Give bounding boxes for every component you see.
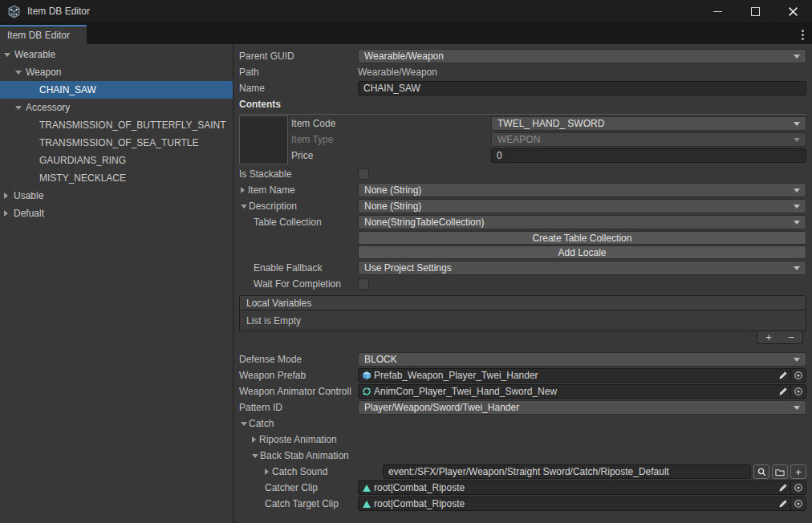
catcher-clip-field[interactable]: root|Combat_Riposte xyxy=(358,480,806,495)
item-name-foldout[interactable]: Item Name xyxy=(239,184,358,196)
animation-clip-icon xyxy=(361,498,372,509)
tree-item-chain-saw[interactable]: CHAIN_SAW xyxy=(0,81,233,99)
catch-foldout[interactable]: Catch xyxy=(239,418,358,429)
animator-controller-icon xyxy=(361,386,372,397)
is-stackable-label: Is Stackable xyxy=(239,168,358,180)
add-locale-button[interactable]: Add Locale xyxy=(358,245,806,259)
tree-item-defualt[interactable]: Defualt xyxy=(0,205,233,222)
chevron-down-icon xyxy=(794,205,800,209)
maximize-button[interactable] xyxy=(737,0,774,22)
chevron-right-icon[interactable] xyxy=(252,436,256,443)
chevron-right-icon[interactable] xyxy=(4,210,8,217)
tab-menu-button[interactable] xyxy=(793,25,812,44)
chevron-down-icon xyxy=(794,406,800,410)
item-code-label: Item Code xyxy=(291,118,491,129)
wait-for-completion-checkbox[interactable] xyxy=(358,278,369,290)
tree-item-label: Defualt xyxy=(14,208,44,219)
riposte-animation-foldout[interactable]: Riposte Animation xyxy=(239,434,358,445)
list-add-button[interactable]: + xyxy=(765,332,772,343)
tree-item-accessory[interactable]: Accessory xyxy=(0,99,233,116)
weapon-animator-controller-field[interactable]: AnimCon_Player_Twei_Hand_Sword_New xyxy=(358,384,806,399)
catch-sound-search-button[interactable] xyxy=(753,464,769,479)
object-picker-icon[interactable] xyxy=(790,385,806,398)
chevron-down-icon xyxy=(794,266,800,270)
tree-item-label: GAURDIANS_RING xyxy=(39,155,126,166)
tree-item-label: Usable xyxy=(14,190,43,201)
pencil-icon[interactable] xyxy=(776,387,790,396)
description-foldout[interactable]: Description xyxy=(239,201,358,212)
chevron-down-icon[interactable] xyxy=(15,106,22,110)
name-label: Name xyxy=(239,83,358,94)
tree-item-transmission-of-sea-turtle[interactable]: TRANSMISSION_OF_SEA_TURTLE xyxy=(0,134,233,152)
chevron-right-icon[interactable] xyxy=(4,193,8,199)
contents-header: Contents xyxy=(239,99,358,110)
name-input[interactable]: CHAIN_SAW xyxy=(358,81,806,95)
tree-item-label: MISTY_NECKLACE xyxy=(39,172,126,184)
item-code-dropdown[interactable]: TWEL_ HAND_ SWORD xyxy=(491,116,806,131)
tree-item-misty-necklace[interactable]: MISTY_NECKLACE xyxy=(0,169,233,187)
path-label: Path xyxy=(239,67,358,78)
chevron-right-icon[interactable] xyxy=(241,187,245,193)
chevron-down-icon[interactable] xyxy=(15,71,22,75)
close-button[interactable] xyxy=(774,0,812,22)
chevron-down-icon[interactable] xyxy=(241,422,247,426)
chevron-down-icon xyxy=(794,358,800,362)
enable-fallback-label: Enable Fallback xyxy=(239,262,358,274)
object-field-value: Prefab_Weapon_Player_Twei_Hander xyxy=(374,370,776,381)
chevron-down-icon[interactable] xyxy=(241,205,247,209)
tab-item-db-editor[interactable]: Item DB Editor xyxy=(0,25,87,44)
tab-strip: Item DB Editor xyxy=(0,22,812,44)
tree-item-weapon[interactable]: Weapon xyxy=(0,63,233,81)
plus-icon: + xyxy=(795,466,802,478)
defense-mode-dropdown[interactable]: BLOCK xyxy=(358,352,806,367)
price-input[interactable]: 0 xyxy=(491,148,806,163)
table-collection-dropdown[interactable]: None(StringTableCollection) xyxy=(358,215,806,229)
parent-guid-dropdown[interactable]: Wearable/Weapon xyxy=(358,49,806,63)
weapon-prefab-field[interactable]: Prefab_Weapon_Player_Twei_Hander xyxy=(358,368,806,383)
price-value: 0 xyxy=(497,150,502,161)
list-remove-button[interactable]: − xyxy=(788,332,794,343)
local-variables-empty: List is Empty xyxy=(240,310,806,330)
catch-sound-foldout[interactable]: Catch Sound xyxy=(239,466,383,477)
tree-item-label: TRANSMISSION_OF_SEA_TURTLE xyxy=(39,137,199,148)
description-dropdown[interactable]: None (String) xyxy=(358,199,806,213)
maximize-icon xyxy=(751,7,760,16)
create-table-collection-button[interactable]: Create Table Collection xyxy=(358,231,806,245)
chevron-right-icon[interactable] xyxy=(265,468,269,475)
chevron-down-icon xyxy=(794,221,800,225)
is-stackable-checkbox[interactable] xyxy=(358,168,369,180)
item-icon-preview[interactable] xyxy=(239,116,288,164)
pencil-icon[interactable] xyxy=(776,499,790,509)
pattern-id-dropdown[interactable]: Player/Weapon/Sword/Twei_Hander xyxy=(358,400,806,415)
object-picker-icon[interactable] xyxy=(790,481,806,494)
tab-label: Item DB Editor xyxy=(7,30,70,41)
object-field-value: root|Combat_Riposte xyxy=(374,482,776,493)
tree-item-label: Wearable xyxy=(14,49,55,60)
dropdown-value: None (String) xyxy=(364,201,421,212)
catch-target-clip-field[interactable]: root|Combat_Riposte xyxy=(358,497,806,511)
tree-item-transmission-of-butterfly-saint[interactable]: TRANSMISSION_OF_BUTTERFLY_SAINT xyxy=(0,116,233,134)
pencil-icon[interactable] xyxy=(776,483,790,493)
object-picker-icon[interactable] xyxy=(790,369,806,382)
chevron-down-icon xyxy=(794,55,800,59)
tree-item-usable[interactable]: Usable xyxy=(0,187,233,205)
local-variables-list: Local Variables List is Empty xyxy=(239,295,806,331)
chevron-down-icon xyxy=(794,189,800,193)
chevron-down-icon[interactable] xyxy=(252,454,258,458)
minimize-icon xyxy=(713,11,722,12)
tree-item-gaurdians-ring[interactable]: GAURDIANS_RING xyxy=(0,152,233,169)
back-stab-animation-foldout[interactable]: Back Stab Animation xyxy=(239,450,358,461)
chevron-down-icon[interactable] xyxy=(4,53,10,57)
tree-item-wearable[interactable]: Wearable xyxy=(0,46,233,63)
pencil-icon[interactable] xyxy=(776,371,790,380)
enable-fallback-dropdown[interactable]: Use Project Settings xyxy=(358,261,806,275)
weapon-animator-controller-label: Weapon Animator Controll xyxy=(239,386,358,397)
object-picker-icon[interactable] xyxy=(790,497,806,510)
item-name-dropdown[interactable]: None (String) xyxy=(358,183,806,197)
dropdown-value: Use Project Settings xyxy=(364,262,452,274)
catch-sound-add-button[interactable]: + xyxy=(790,464,806,479)
catch-sound-browse-button[interactable] xyxy=(772,464,788,479)
catch-sound-event-field[interactable]: event:/SFX/Player/Weapon/Straight Sword/… xyxy=(383,464,751,479)
minimize-button[interactable] xyxy=(699,0,737,22)
contents-divider xyxy=(239,114,806,115)
